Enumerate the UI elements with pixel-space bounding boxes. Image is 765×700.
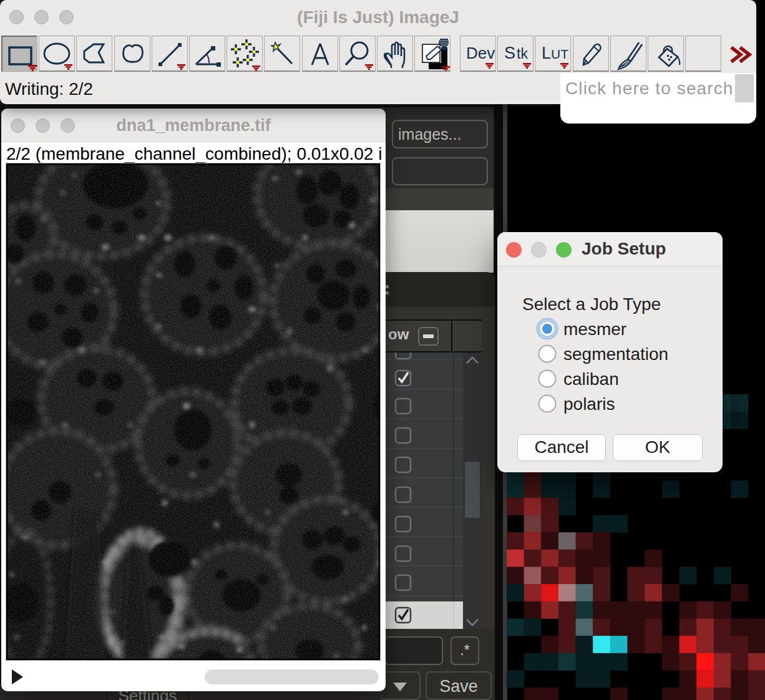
svg-text:Stk: Stk	[504, 44, 528, 62]
svg-text:Dev: Dev	[466, 44, 495, 62]
svg-text:LUT: LUT	[542, 44, 568, 62]
